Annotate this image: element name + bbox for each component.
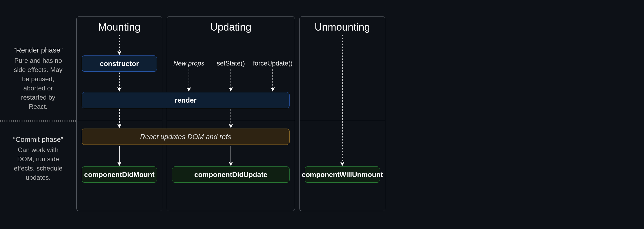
render-phase-title: “Render phase” [11,46,65,54]
lifecycle-diagram: “Render phase” Pure and has no side effe… [0,0,644,229]
box-dom-update-label: React updates DOM and refs [140,133,231,141]
phase-divider-dotted [0,120,76,122]
column-mounting-divider [77,121,162,121]
column-unmounting-heading: Unmounting [300,21,385,33]
column-mounting-heading: Mounting [77,21,162,33]
render-phase-desc: Pure and has no side effects. May be pau… [11,56,65,111]
box-will-unmount-label: componentWillUnmount [302,171,383,179]
phase-sidebar: “Render phase” Pure and has no side effe… [0,0,76,211]
trigger-set-state: setState() [217,60,245,67]
box-constructor-label: constructor [100,60,139,68]
trigger-new-props: New props [173,60,205,67]
box-dom-update: React updates DOM and refs [82,129,290,145]
column-updating-divider [167,121,295,121]
render-phase-label: “Render phase” Pure and has no side effe… [0,46,76,111]
box-component-did-update: componentDidUpdate [172,166,290,183]
box-render-label: render [175,96,197,104]
trigger-force-update: forceUpdate() [253,60,293,67]
commit-phase-label: “Commit phase” Can work with DOM, run si… [0,135,76,182]
box-component-will-unmount: componentWillUnmount [305,166,380,183]
box-component-did-mount: componentDidMount [82,166,157,183]
box-constructor: constructor [82,55,157,72]
column-updating-heading: Updating [167,21,295,33]
column-unmounting-divider [300,121,385,121]
commit-phase-title: “Commit phase” [11,135,65,144]
box-did-update-label: componentDidUpdate [194,171,267,179]
box-did-mount-label: componentDidMount [84,171,155,179]
box-render: render [82,92,290,108]
commit-phase-desc: Can work with DOM, run side effects, sch… [11,145,65,182]
